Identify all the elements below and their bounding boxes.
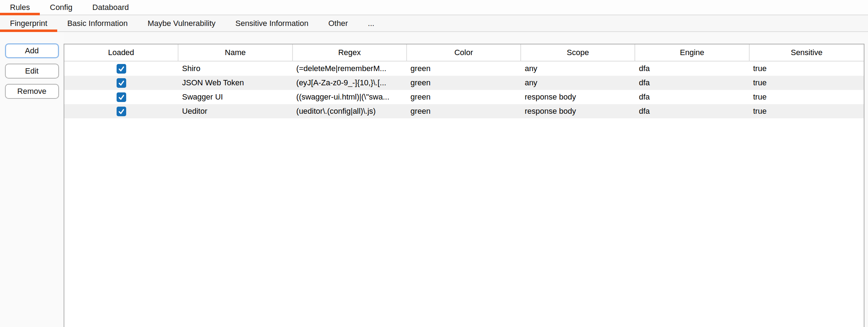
cell-name: Ueditor xyxy=(178,104,293,118)
tab-other[interactable]: Other xyxy=(318,15,358,31)
cell-loaded xyxy=(64,61,178,76)
cell-loaded xyxy=(64,90,178,104)
tab-config-label: Config xyxy=(50,3,73,12)
cell-name: Shiro xyxy=(178,61,293,76)
cell-name: Swagger UI xyxy=(178,90,293,104)
cell-color: green xyxy=(407,90,521,104)
cell-loaded xyxy=(64,76,178,90)
table-row[interactable]: Ueditor (ueditor\.(config|all)\.js) gree… xyxy=(64,104,864,118)
tab-databoard[interactable]: Databoard xyxy=(82,0,139,15)
cell-color: green xyxy=(407,104,521,118)
tab-maybe-vulnerability-label: Maybe Vulnerability xyxy=(148,19,215,28)
cell-regex: (ueditor\.(config|all)\.js) xyxy=(293,104,407,118)
cell-scope: any xyxy=(521,76,635,90)
column-header-color[interactable]: Color xyxy=(407,44,521,61)
table-row[interactable]: JSON Web Token (eyJ[A-Za-z0-9_-]{10,}\.[… xyxy=(64,76,864,90)
cell-engine: dfa xyxy=(635,76,749,90)
column-header-name[interactable]: Name xyxy=(178,44,293,61)
cell-scope: any xyxy=(521,61,635,76)
loaded-checkbox[interactable] xyxy=(117,107,126,116)
tab-sensitive-information[interactable]: Sensitive Information xyxy=(225,15,318,31)
column-header-sensitive[interactable]: Sensitive xyxy=(750,44,864,61)
checkmark-icon xyxy=(118,94,125,101)
add-button[interactable]: Add xyxy=(5,43,59,58)
cell-engine: dfa xyxy=(635,104,749,118)
column-header-engine[interactable]: Engine xyxy=(635,44,749,61)
cell-engine: dfa xyxy=(635,90,749,104)
tab-basic-information-label: Basic Information xyxy=(67,19,128,28)
checkmark-icon xyxy=(118,108,125,115)
cell-engine: dfa xyxy=(635,61,749,76)
checkmark-icon xyxy=(118,80,125,86)
cell-scope: response body xyxy=(521,90,635,104)
cell-regex: (eyJ[A-Za-z0-9_-]{10,}\.[... xyxy=(293,76,407,90)
cell-loaded xyxy=(64,104,178,118)
table-header: Loaded Name Regex Color Scope Engine Sen… xyxy=(64,44,864,61)
cell-scope: response body xyxy=(521,104,635,118)
tab-fingerprint-label: Fingerprint xyxy=(10,19,47,28)
sidebar: Add Edit Remove xyxy=(0,32,64,327)
cell-sensitive: true xyxy=(750,104,864,118)
tab-basic-information[interactable]: Basic Information xyxy=(57,15,138,31)
tab-config[interactable]: Config xyxy=(40,0,82,15)
loaded-checkbox[interactable] xyxy=(117,92,126,102)
column-header-loaded[interactable]: Loaded xyxy=(64,44,178,61)
table-row[interactable]: Swagger UI ((swagger-ui.html)|(\"swa... … xyxy=(64,90,864,104)
tab-sensitive-information-label: Sensitive Information xyxy=(235,19,308,28)
tab-databoard-label: Databoard xyxy=(92,3,129,12)
cell-sensitive: true xyxy=(750,76,864,90)
cell-name: JSON Web Token xyxy=(178,76,293,90)
tab-rules-label: Rules xyxy=(10,3,30,12)
remove-button[interactable]: Remove xyxy=(5,84,59,99)
cell-color: green xyxy=(407,76,521,90)
cell-sensitive: true xyxy=(750,61,864,76)
tab-more[interactable]: ... xyxy=(358,15,384,31)
loaded-checkbox[interactable] xyxy=(117,64,126,74)
edit-button[interactable]: Edit xyxy=(5,64,59,79)
loaded-checkbox[interactable] xyxy=(117,78,126,88)
tab-fingerprint[interactable]: Fingerprint xyxy=(0,15,57,31)
secondary-tabbar: Fingerprint Basic Information Maybe Vuln… xyxy=(0,15,868,32)
cell-sensitive: true xyxy=(750,90,864,104)
tab-other-label: Other xyxy=(328,19,348,28)
tab-maybe-vulnerability[interactable]: Maybe Vulnerability xyxy=(138,15,225,31)
cell-regex: ((swagger-ui.html)|(\"swa... xyxy=(293,90,407,104)
tab-more-label: ... xyxy=(368,19,374,28)
column-header-regex[interactable]: Regex xyxy=(293,44,407,61)
cell-color: green xyxy=(407,61,521,76)
primary-tabbar: Rules Config Databoard xyxy=(0,0,868,15)
table-row[interactable]: Shiro (=deleteMe|rememberM... green any … xyxy=(64,61,864,76)
checkmark-icon xyxy=(118,65,125,72)
table-body: Shiro (=deleteMe|rememberM... green any … xyxy=(64,61,864,118)
fingerprint-rules-table: Loaded Name Regex Color Scope Engine Sen… xyxy=(64,44,864,327)
column-header-scope[interactable]: Scope xyxy=(521,44,635,61)
cell-regex: (=deleteMe|rememberM... xyxy=(293,61,407,76)
tab-rules[interactable]: Rules xyxy=(0,0,40,15)
